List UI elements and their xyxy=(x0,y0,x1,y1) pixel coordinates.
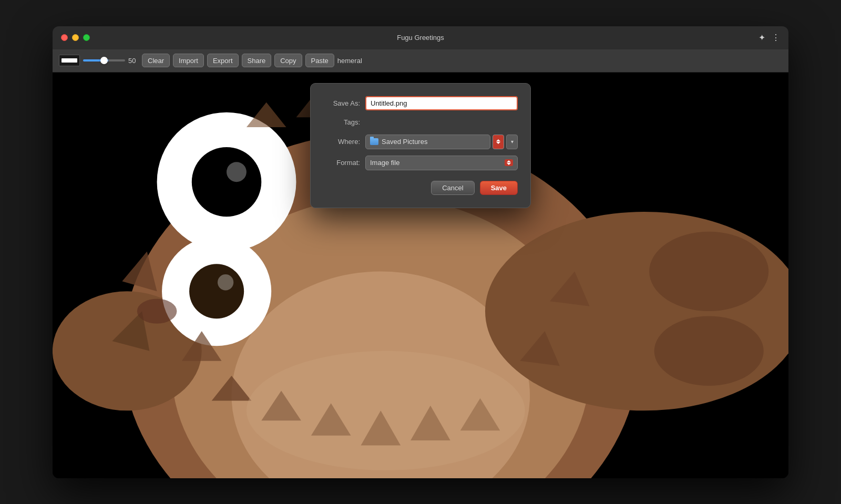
copy-button[interactable]: Copy xyxy=(274,54,302,67)
tags-label: Tags: xyxy=(323,118,360,126)
dialog-buttons: Cancel Save xyxy=(323,181,518,195)
brush-preview xyxy=(59,55,80,66)
share-button[interactable]: Share xyxy=(242,54,272,67)
titlebar-actions: ✦ ⋮ xyxy=(758,33,780,43)
close-button[interactable] xyxy=(61,34,68,41)
format-select[interactable]: Image file xyxy=(365,156,518,170)
puzzle-icon[interactable]: ✦ xyxy=(758,33,765,43)
toolbar: 50 Clear Import Export Share Copy Paste … xyxy=(53,49,788,73)
titlebar: Fugu Greetings ✦ ⋮ xyxy=(53,26,788,49)
folder-icon xyxy=(370,138,378,145)
ephemeral-label: hemeral xyxy=(337,57,362,65)
canvas-area[interactable]: Save As: Tags: Where: Saved Pictures xyxy=(53,73,788,478)
traffic-lights xyxy=(61,34,90,41)
format-arrow-down xyxy=(507,163,511,165)
save-as-row: Save As: xyxy=(323,96,518,110)
cancel-button[interactable]: Cancel xyxy=(431,181,474,195)
window-title: Fugu Greetings xyxy=(397,34,444,42)
where-container: Saved Pictures ▾ xyxy=(365,135,518,149)
tags-row: Tags: xyxy=(323,117,518,128)
brush-size-slider[interactable] xyxy=(83,59,125,61)
minimize-button[interactable] xyxy=(72,34,79,41)
format-arrow xyxy=(505,159,513,166)
save-button[interactable]: Save xyxy=(480,181,518,195)
import-button[interactable]: Import xyxy=(173,54,204,67)
where-row: Where: Saved Pictures ▾ xyxy=(323,135,518,149)
where-select[interactable]: Saved Pictures xyxy=(365,135,490,149)
where-arrow-up xyxy=(496,139,500,141)
paste-button[interactable]: Paste xyxy=(305,54,334,67)
where-expand-button[interactable]: ▾ xyxy=(506,135,518,149)
brush-color xyxy=(61,58,77,63)
where-arrow-down xyxy=(496,142,500,144)
dialog-overlay: Save As: Tags: Where: Saved Pictures xyxy=(53,73,788,478)
format-value: Image file xyxy=(370,159,399,167)
where-value: Saved Pictures xyxy=(382,138,427,146)
save-dialog: Save As: Tags: Where: Saved Pictures xyxy=(310,83,531,208)
where-stepper[interactable] xyxy=(493,135,504,149)
save-as-label: Save As: xyxy=(323,99,360,107)
where-label: Where: xyxy=(323,138,360,146)
brush-size-value: 50 xyxy=(128,57,139,65)
format-arrow-up xyxy=(507,160,511,162)
app-window: Fugu Greetings ✦ ⋮ 50 Clear Import Expor… xyxy=(53,26,788,478)
maximize-button[interactable] xyxy=(83,34,90,41)
clear-button[interactable]: Clear xyxy=(142,54,170,67)
format-row: Format: Image file xyxy=(323,156,518,170)
menu-icon[interactable]: ⋮ xyxy=(772,33,780,43)
save-as-input[interactable] xyxy=(365,96,518,110)
export-button[interactable]: Export xyxy=(207,54,239,67)
tags-input[interactable] xyxy=(365,117,518,128)
format-label: Format: xyxy=(323,159,360,167)
brush-size-control: 50 xyxy=(83,57,139,65)
